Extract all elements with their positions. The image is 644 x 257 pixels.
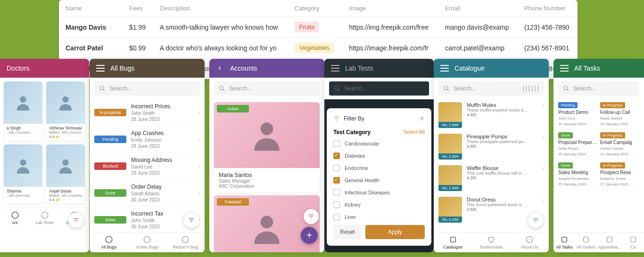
bugs-panel: All Bugs Search... In progress Incorrect… — [90, 59, 205, 252]
table-header-row: Name Fees Description Category Image Ema… — [59, 0, 578, 17]
tasks-title: All Tasks — [574, 64, 600, 72]
svg-point-13 — [261, 216, 273, 228]
nav-item[interactable]: Testimonials — [472, 233, 510, 252]
svg-point-8 — [106, 236, 112, 243]
doctors-title: Doctors — [7, 64, 29, 72]
checkbox[interactable] — [333, 165, 340, 171]
add-button[interactable]: + — [301, 227, 318, 244]
doctor-card[interactable]: Abhinav SrinivasanMBBS, MD (Oncology)4.8… — [46, 81, 85, 141]
task-card[interactable]: In ProgressEmail CampaigCarlos Garcia22 … — [600, 132, 639, 156]
menu-icon[interactable] — [560, 65, 569, 72]
doctors-header: Doctors — [0, 59, 89, 78]
lab-header: Lab Tests — [324, 59, 434, 78]
filter-button[interactable] — [304, 209, 319, 224]
table-row[interactable]: Carrot Patel$0.99A doctor who's always l… — [59, 38, 578, 58]
accounts-header: Accounts — [209, 59, 324, 78]
table-row[interactable]: Mango Davis$1.99A smooth-talking lawyer … — [59, 17, 578, 38]
select-all-link[interactable]: Select All — [404, 129, 425, 136]
search-icon — [563, 85, 570, 92]
search-input[interactable]: Search... |||||| — [438, 81, 544, 96]
search-icon — [443, 85, 450, 92]
nav-item[interactable]: Report A Bug — [166, 233, 205, 252]
filter-option[interactable]: Cardiovascular — [333, 140, 425, 147]
menu-icon[interactable] — [440, 65, 449, 72]
svg-point-14 — [335, 86, 339, 90]
svg-rect-21 — [607, 237, 612, 242]
svg-point-7 — [100, 86, 104, 90]
catalogue-item[interactable]: Rs. 1,999 Muffin MulesThese muffin-inspi… — [438, 99, 544, 131]
nav-item[interactable]: Catalogue — [434, 233, 472, 252]
task-row: PendingProduct DemoJohn Cruz18 January 2… — [558, 99, 639, 129]
filter-option[interactable]: General Health — [333, 177, 425, 184]
nav-item[interactable]: About Us — [511, 233, 549, 252]
filter-option[interactable]: Liver — [333, 214, 425, 220]
catalogue-item[interactable]: Rs. 1,999 Waffle BlouseThis cute waffle … — [438, 162, 544, 194]
nav-item[interactable]: All Orders — [575, 233, 597, 252]
reset-button[interactable]: Reset — [333, 225, 362, 239]
filter-option[interactable]: Endocrine — [333, 165, 425, 171]
apply-button[interactable]: Apply — [365, 225, 425, 239]
nav-item[interactable]: All Bugs — [90, 233, 128, 252]
tasks-panel: All Tasks Search... PendingProduct DemoJ… — [553, 59, 644, 252]
filter-button[interactable] — [68, 213, 83, 228]
nav-item[interactable]: Appointme... — [597, 233, 623, 252]
checkbox[interactable] — [333, 201, 340, 208]
filter-option[interactable]: Diabetes — [333, 153, 425, 159]
search-input[interactable]: Search... — [558, 81, 639, 96]
search-icon — [334, 85, 340, 92]
search-input[interactable]: Search... — [94, 81, 200, 96]
filter-option[interactable]: Infectious Diseases — [333, 189, 425, 196]
task-card[interactable]: DoneProposal Prepara...Sofia Reyes20 Jan… — [558, 132, 597, 156]
search-icon — [99, 85, 106, 92]
account-card[interactable]: Potential — [214, 195, 320, 252]
bug-item[interactable]: Blocked Missing AddressDavid Lee29 June … — [94, 153, 200, 180]
search-input[interactable]: Search... — [214, 81, 320, 96]
catalogue-title: Catalogue — [454, 64, 485, 72]
filter-title: Filter By — [344, 115, 364, 122]
bugs-title: All Bugs — [110, 64, 134, 72]
nav-item[interactable]: ors — [0, 208, 30, 228]
task-row: DoneProposal Prepara...Sofia Reyes20 Jan… — [558, 129, 639, 160]
filter-option[interactable]: Kidney — [333, 201, 425, 208]
svg-rect-16 — [450, 237, 455, 242]
svg-point-10 — [182, 236, 189, 243]
nav-item[interactable]: Ca — [622, 233, 644, 252]
barcode-icon[interactable]: |||||| — [522, 85, 539, 92]
doctor-card[interactable]: Sharma, MD (Dermat... — [4, 145, 42, 204]
filter-button[interactable] — [528, 213, 543, 228]
nav-item[interactable]: All Tasks — [553, 233, 575, 252]
catalogue-item[interactable]: Rs. 2,999 Pineapple PumpsThese pineapple… — [438, 131, 544, 162]
checkbox[interactable] — [333, 189, 340, 196]
bug-item[interactable]: Done Order DelaySarah Adams30 June 2023 … — [94, 180, 200, 207]
menu-icon[interactable] — [96, 65, 105, 72]
menu-icon[interactable] — [331, 65, 339, 72]
svg-point-11 — [220, 86, 223, 90]
doctor-card[interactable]: a Singh, MS (Obstetri... — [4, 81, 42, 141]
lab-title: Lab Tests — [345, 64, 373, 72]
search-icon — [219, 85, 225, 92]
doctor-card[interactable]: Anjali DesaiMBBS, MS (Ophthal...4.4 ⭐ — [46, 145, 85, 204]
filter-button[interactable] — [184, 213, 199, 228]
bug-item[interactable]: In progress Incorrect PricesJohn Smith28… — [94, 99, 200, 126]
account-card[interactable]: Active Maria SantosSales ManagerABC Corp… — [214, 102, 320, 193]
task-row: DoneSales MeetingAngela Fernandez25 Janu… — [558, 160, 639, 190]
task-card[interactable]: In ProgressFollow-up CallMaria Santos15 … — [600, 102, 639, 126]
checkbox[interactable] — [333, 153, 340, 159]
svg-point-2 — [20, 160, 26, 166]
back-icon[interactable] — [216, 65, 224, 72]
close-icon[interactable]: ✕ — [419, 115, 425, 122]
lab-panel: Lab Tests Search... Filter By ✕ Test Cat… — [324, 59, 434, 252]
nav-item[interactable]: Active Bugs — [128, 233, 166, 252]
checkbox[interactable] — [333, 214, 340, 220]
svg-point-5 — [41, 212, 48, 218]
task-card[interactable]: PendingProduct DemoJohn Cruz18 January 2… — [558, 102, 597, 126]
task-card[interactable]: DoneSales MeetingAngela Fernandez25 Janu… — [558, 162, 597, 186]
task-card[interactable]: In ProgressProspect ReseEduardo Torres27… — [600, 162, 639, 186]
svg-rect-20 — [583, 237, 588, 242]
checkbox[interactable] — [333, 177, 340, 184]
checkbox[interactable] — [333, 140, 340, 147]
nav-item[interactable]: Lab Tests — [30, 208, 59, 228]
bug-item[interactable]: Pending App CrashesEmily Johnson28 June … — [94, 126, 200, 153]
svg-point-15 — [444, 86, 448, 90]
svg-point-18 — [564, 86, 568, 90]
